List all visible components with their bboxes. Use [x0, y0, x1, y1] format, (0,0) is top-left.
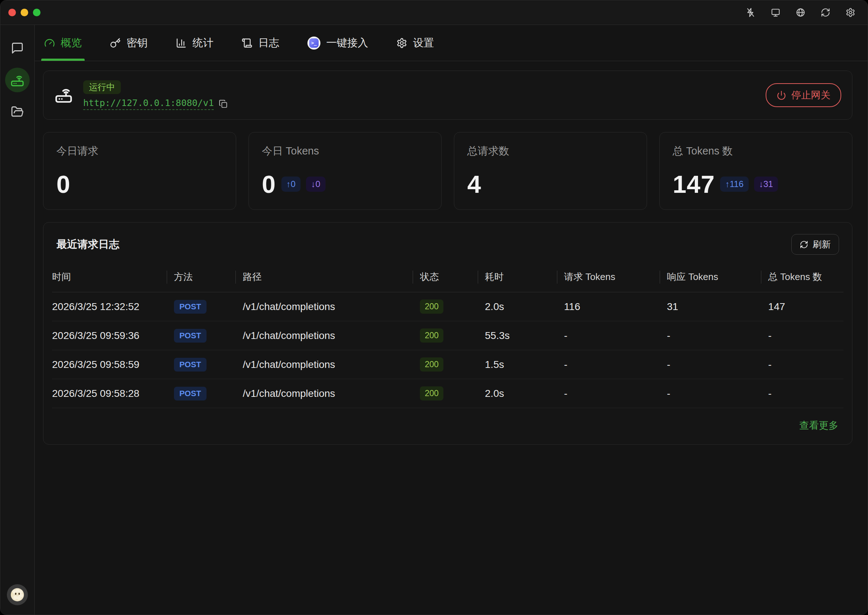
refresh-logs-button[interactable]: 刷新	[791, 234, 839, 255]
col-method: 方法	[174, 262, 243, 292]
col-path: 路径	[243, 262, 420, 292]
col-duration: 耗时	[485, 262, 564, 292]
cell-path: /v1/chat/completions	[243, 292, 420, 321]
tokens-up-badge: ↑116	[720, 176, 748, 192]
cell-req-tokens: -	[564, 350, 667, 379]
stat-card-total-tokens: 总 Tokens 数 147 ↑116 ↓31	[659, 132, 852, 210]
recent-logs-card: 最近请求日志 刷新 时间	[43, 222, 852, 445]
tab-label: 统计	[192, 36, 213, 50]
cell-time: 2026/3/25 09:58:59	[52, 350, 174, 379]
cell-res-tokens: 31	[667, 292, 768, 321]
avatar-face-in-clouds-icon[interactable]	[7, 584, 28, 605]
key-icon	[110, 37, 121, 48]
tokens-down-badge: ↓0	[306, 176, 325, 192]
stat-label: 今日请求	[56, 144, 223, 158]
message-square-icon	[11, 42, 24, 55]
cell-duration: 55.3s	[485, 321, 564, 350]
logs-header-row: 时间 方法 路径 状态 耗时 请求 Tokens 响应 Tokens 总 Tok…	[52, 262, 843, 292]
status-badge: 200	[420, 328, 443, 343]
settings-icon[interactable]	[846, 8, 856, 17]
gauge-icon	[44, 37, 55, 48]
stat-card-today-requests: 今日请求 0	[43, 132, 236, 210]
scroll-icon	[242, 37, 252, 48]
close-button[interactable]	[8, 9, 16, 16]
sidebar	[0, 25, 35, 615]
titlebar-actions	[746, 8, 856, 17]
overview-page: 运行中 http://127.0.0.1:8080/v1 停止网关	[35, 61, 868, 615]
cell-req-tokens: -	[564, 379, 667, 408]
tab-keys[interactable]: 密钥	[109, 25, 149, 61]
power-icon	[776, 91, 786, 100]
cell-req-tokens: -	[564, 321, 667, 350]
col-time: 时间	[52, 262, 174, 292]
cell-time: 2026/3/25 09:59:36	[52, 321, 174, 350]
refresh-icon	[799, 240, 808, 249]
tab-bar: 概览 密钥 统计 日志 >_ 一键接入	[35, 25, 868, 61]
titlebar	[0, 0, 868, 25]
gateway-info: 运行中 http://127.0.0.1:8080/v1	[83, 80, 228, 110]
cell-req-tokens: 116	[564, 292, 667, 321]
logs-title: 最近请求日志	[56, 237, 119, 252]
tab-quick-connect[interactable]: >_ 一键接入	[306, 25, 369, 61]
terminal-badge-icon: >_	[307, 36, 320, 50]
tab-label: 一键接入	[326, 36, 368, 50]
cell-path: /v1/chat/completions	[243, 321, 420, 350]
col-total-tokens: 总 Tokens 数	[768, 262, 843, 292]
cell-duration: 1.5s	[485, 350, 564, 379]
cell-res-tokens: -	[667, 350, 768, 379]
router-icon	[54, 85, 73, 105]
tab-settings[interactable]: 设置	[395, 25, 435, 61]
status-badge: 200	[420, 357, 443, 371]
log-row: 2026/3/25 09:59:36 POST /v1/chat/complet…	[52, 321, 843, 350]
globe-icon[interactable]	[796, 8, 806, 17]
tab-label: 概览	[61, 36, 82, 50]
tab-overview[interactable]: 概览	[43, 25, 83, 61]
tab-label: 密钥	[126, 36, 148, 50]
tokens-up-badge: ↑0	[281, 176, 301, 192]
stat-label: 总 Tokens 数	[673, 144, 839, 158]
display-icon[interactable]	[771, 8, 781, 17]
sidebar-item-chat[interactable]	[5, 36, 30, 61]
col-res-tokens: 响应 Tokens	[667, 262, 768, 292]
method-badge: POST	[174, 358, 207, 371]
minimize-button[interactable]	[20, 9, 28, 16]
col-req-tokens: 请求 Tokens	[564, 262, 667, 292]
tab-logs[interactable]: 日志	[240, 25, 281, 61]
refresh-icon[interactable]	[821, 8, 831, 17]
copy-url-icon[interactable]	[219, 100, 228, 109]
stop-gateway-button[interactable]: 停止网关	[766, 83, 841, 107]
col-status: 状态	[420, 262, 485, 292]
main-content: 概览 密钥 统计 日志 >_ 一键接入	[35, 25, 868, 615]
cell-time: 2026/3/25 09:58:28	[52, 379, 174, 408]
app-window: 概览 密钥 统计 日志 >_ 一键接入	[0, 0, 868, 615]
cell-total-tokens: -	[768, 321, 843, 350]
method-badge: POST	[174, 300, 207, 314]
router-icon	[10, 73, 25, 87]
flash-off-icon[interactable]	[746, 8, 756, 17]
stat-value: 4	[467, 170, 482, 198]
tab-stats[interactable]: 统计	[175, 25, 215, 61]
cell-time: 2026/3/25 12:32:52	[52, 292, 174, 321]
tab-label: 日志	[258, 36, 279, 50]
log-row: 2026/3/25 09:58:28 POST /v1/chat/complet…	[52, 379, 843, 408]
log-row: 2026/3/25 12:32:52 POST /v1/chat/complet…	[52, 292, 843, 321]
stat-label: 总请求数	[467, 144, 634, 158]
stat-value: 0	[56, 170, 70, 198]
stat-card-today-tokens: 今日 Tokens 0 ↑0 ↓0	[248, 132, 442, 210]
cell-path: /v1/chat/completions	[243, 350, 420, 379]
sidebar-item-gateway[interactable]	[5, 68, 30, 92]
maximize-button[interactable]	[33, 9, 41, 16]
bar-chart-icon	[176, 37, 187, 48]
cell-duration: 2.0s	[485, 379, 564, 408]
cell-res-tokens: -	[667, 321, 768, 350]
stat-value: 147	[673, 170, 715, 198]
sidebar-item-files[interactable]	[5, 100, 30, 124]
gateway-status-card: 运行中 http://127.0.0.1:8080/v1 停止网关	[43, 70, 852, 120]
logs-table: 时间 方法 路径 状态 耗时 请求 Tokens 响应 Tokens 总 Tok…	[52, 262, 843, 408]
view-more-link[interactable]: 查看更多	[799, 419, 838, 432]
gateway-url-link[interactable]: http://127.0.0.1:8080/v1	[83, 98, 214, 110]
method-badge: POST	[174, 329, 207, 343]
cell-total-tokens: -	[768, 350, 843, 379]
stats-row: 今日请求 0 今日 Tokens 0 ↑0 ↓0	[43, 132, 852, 210]
folder-open-icon	[11, 105, 24, 118]
